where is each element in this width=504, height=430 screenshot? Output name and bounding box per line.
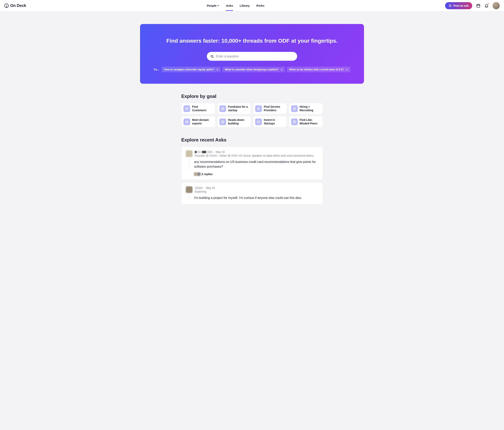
- hash-icon: [219, 119, 226, 125]
- goal-card[interactable]: Find Service Providers: [253, 103, 287, 114]
- redacted-name: [195, 187, 203, 189]
- ask-avatar: [186, 186, 192, 193]
- svg-point-4: [221, 107, 224, 110]
- goal-label: Hiring + Recruiting: [300, 105, 321, 112]
- hash-icon: [291, 105, 298, 112]
- post-ask-button[interactable]: Post an ask: [445, 2, 472, 9]
- goal-grid: Find Customers Fundraise for a startup F…: [181, 103, 323, 127]
- ask-body-text: any recommendations on US business credi…: [194, 160, 318, 169]
- goal-card[interactable]: Fundraise for a startup: [217, 103, 251, 114]
- goal-label: Find Like-Minded Peers: [300, 118, 321, 125]
- ask-body-text: I'm building a project for myself, I'm c…: [194, 196, 318, 200]
- svg-point-3: [185, 107, 188, 110]
- ask-date: May 23: [206, 186, 215, 190]
- ask-subtitle: Founder @ , Writer @ VC Scout, Speaker o…: [195, 154, 318, 157]
- subtitle-text: Exploring: [195, 190, 206, 193]
- ask-subtitle: Exploring: [195, 190, 318, 193]
- plus-circle-icon: [449, 4, 452, 7]
- search-icon: [210, 55, 214, 58]
- nav-people-label: People: [207, 4, 216, 7]
- goal-label: Find Service Providers: [264, 105, 285, 112]
- nav-perks[interactable]: Perks: [256, 0, 264, 11]
- goal-card[interactable]: Hiring + Recruiting: [289, 103, 323, 114]
- goal-card[interactable]: Heads-down building: [217, 116, 251, 127]
- suggestion-chip[interactable]: How to navigate cofounder equity splits?: [162, 67, 221, 72]
- nav-people[interactable]: People: [207, 0, 219, 11]
- arrow-right-icon: [280, 68, 283, 71]
- ask-author-row: · May 23: [195, 150, 318, 154]
- svg-point-8: [221, 120, 224, 123]
- ask-card[interactable]: · May 23 Founder @ , Writer @ VC Scout, …: [181, 146, 323, 180]
- brand-name: On Deck: [10, 3, 26, 8]
- redacted-name: [198, 151, 201, 153]
- suggestion-chip[interactable]: When to do offsites with a small team of…: [287, 67, 351, 72]
- goal-card[interactable]: Meet domain experts: [181, 116, 215, 127]
- nav-library-label: Library: [240, 4, 250, 7]
- ask-card[interactable]: · May 23 Exploring I'm building a projec…: [181, 183, 323, 204]
- goal-label: Meet domain experts: [192, 118, 213, 125]
- nav-library[interactable]: Library: [240, 0, 250, 11]
- explore-by-goal: Explore by goal Find Customers Fundraise…: [179, 93, 325, 127]
- subtitle-text: Founder @: [195, 154, 209, 157]
- recent-heading: Explore recent Asks: [181, 137, 323, 143]
- logo-icon: [4, 4, 9, 8]
- ask-date: May 23: [216, 150, 225, 154]
- header-actions: Post an ask: [445, 2, 500, 9]
- hash-icon: [255, 105, 262, 112]
- ask-separator: ·: [204, 186, 205, 190]
- hero-banner: Find answers faster: 10,000+ threads fro…: [140, 24, 364, 84]
- redacted-company: [209, 155, 217, 157]
- calendar-button[interactable]: [476, 4, 480, 8]
- svg-point-10: [293, 120, 296, 123]
- nav-asks[interactable]: Asks: [226, 0, 233, 11]
- goal-label: Fundraise for a startup: [228, 105, 249, 112]
- hero-title: Find answers faster: 10,000+ threads fro…: [146, 38, 358, 44]
- main-nav: People Asks Library Perks: [207, 0, 264, 11]
- chevron-down-icon: [217, 5, 219, 7]
- subtitle-text: , Writer @: [218, 154, 230, 157]
- brand-logo[interactable]: On Deck: [4, 3, 26, 8]
- ask-separator: ·: [214, 150, 215, 154]
- reply-count: 2 replies: [201, 173, 213, 176]
- arrow-right-icon: [345, 68, 348, 71]
- goals-heading: Explore by goal: [181, 93, 323, 99]
- svg-point-5: [257, 107, 260, 110]
- suggestion-label: How to navigate cofounder equity splits?: [164, 68, 214, 71]
- hash-icon: [219, 105, 226, 112]
- suggestion-label: What to consider when designing a waitli…: [225, 68, 279, 71]
- goal-label: Find Customers: [192, 105, 213, 112]
- redacted-name: [195, 151, 197, 153]
- goal-card[interactable]: Find Like-Minded Peers: [289, 116, 323, 127]
- notifications-button[interactable]: [484, 4, 489, 8]
- hash-icon: [183, 105, 190, 112]
- svg-point-7: [185, 120, 188, 123]
- goal-card[interactable]: Find Customers: [181, 103, 215, 114]
- search-bar[interactable]: [207, 52, 297, 61]
- redacted-company: [231, 155, 238, 157]
- top-header: On Deck People Asks Library Perks Post a…: [0, 0, 504, 11]
- post-ask-label: Post an ask: [453, 4, 469, 7]
- svg-point-9: [257, 120, 260, 123]
- ask-replies[interactable]: 2 replies: [194, 172, 318, 176]
- hash-icon: [255, 119, 262, 125]
- notification-dot: [488, 3, 489, 4]
- suggestion-chip[interactable]: What to consider when designing a waitli…: [222, 67, 285, 72]
- subtitle-text: VC Scout, Speaker on data ethics and cro…: [239, 154, 314, 157]
- user-avatar[interactable]: [493, 2, 500, 9]
- recent-asks: Explore recent Asks · May 23 Founder @ ,…: [179, 137, 325, 209]
- calendar-icon: [476, 4, 480, 8]
- goal-card[interactable]: Invest in Startups: [253, 116, 287, 127]
- svg-point-6: [293, 107, 296, 110]
- nav-asks-label: Asks: [226, 4, 233, 7]
- search-input[interactable]: [216, 55, 294, 58]
- redacted-name: [202, 151, 206, 153]
- redacted-name: [207, 151, 213, 153]
- reply-avatar: [197, 172, 201, 176]
- svg-rect-1: [477, 4, 480, 7]
- goal-label: Heads-down building: [228, 118, 249, 125]
- goal-label: Invest in Startups: [264, 118, 285, 125]
- ask-avatar: [186, 150, 192, 157]
- ask-author-row: · May 23: [195, 186, 318, 190]
- suggestion-label: When to do offsites with a small team of…: [289, 68, 344, 71]
- nav-perks-label: Perks: [256, 4, 264, 7]
